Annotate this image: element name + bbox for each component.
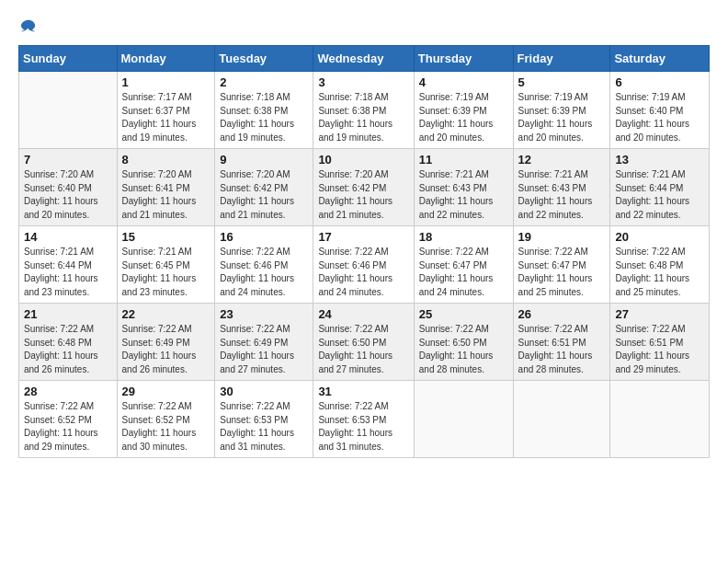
day-number: 29 <box>122 385 210 398</box>
calendar-cell <box>19 72 118 149</box>
day-info: Sunrise: 7:22 AM Sunset: 6:49 PM Dayligh… <box>122 323 210 376</box>
day-number: 16 <box>220 230 308 244</box>
weekday-header-thursday: Thursday <box>414 46 513 72</box>
day-number: 24 <box>318 307 408 321</box>
day-info: Sunrise: 7:22 AM Sunset: 6:52 PM Dayligh… <box>122 400 210 454</box>
day-number: 10 <box>318 153 408 167</box>
page: SundayMondayTuesdayWednesdayThursdayFrid… <box>0 0 728 563</box>
day-info: Sunrise: 7:21 AM Sunset: 6:44 PM Dayligh… <box>24 246 112 299</box>
day-info: Sunrise: 7:22 AM Sunset: 6:46 PM Dayligh… <box>318 246 408 299</box>
weekday-header-wednesday: Wednesday <box>313 46 414 72</box>
day-info: Sunrise: 7:19 AM Sunset: 6:39 PM Dayligh… <box>518 91 606 144</box>
calendar-cell: 14Sunrise: 7:21 AM Sunset: 6:44 PM Dayli… <box>19 226 118 304</box>
calendar-cell: 25Sunrise: 7:22 AM Sunset: 6:50 PM Dayli… <box>414 304 513 381</box>
day-info: Sunrise: 7:22 AM Sunset: 6:51 PM Dayligh… <box>518 323 606 376</box>
day-info: Sunrise: 7:22 AM Sunset: 6:48 PM Dayligh… <box>24 323 112 376</box>
calendar-cell <box>414 381 513 458</box>
calendar-cell: 18Sunrise: 7:22 AM Sunset: 6:47 PM Dayli… <box>414 226 513 304</box>
logo <box>18 15 37 36</box>
day-info: Sunrise: 7:21 AM Sunset: 6:43 PM Dayligh… <box>419 168 508 222</box>
calendar-week-4: 21Sunrise: 7:22 AM Sunset: 6:48 PM Dayli… <box>19 304 710 381</box>
day-number: 11 <box>419 153 508 167</box>
day-number: 19 <box>518 230 606 244</box>
calendar-cell: 20Sunrise: 7:22 AM Sunset: 6:48 PM Dayli… <box>610 226 710 304</box>
day-info: Sunrise: 7:20 AM Sunset: 6:40 PM Dayligh… <box>24 168 112 222</box>
weekday-header-monday: Monday <box>117 46 215 72</box>
calendar-cell: 8Sunrise: 7:20 AM Sunset: 6:41 PM Daylig… <box>117 149 215 226</box>
day-info: Sunrise: 7:18 AM Sunset: 6:38 PM Dayligh… <box>318 91 408 144</box>
day-number: 18 <box>419 230 508 244</box>
calendar-cell: 10Sunrise: 7:20 AM Sunset: 6:42 PM Dayli… <box>313 149 414 226</box>
weekday-header-sunday: Sunday <box>19 46 118 72</box>
day-info: Sunrise: 7:22 AM Sunset: 6:49 PM Dayligh… <box>220 323 308 376</box>
day-number: 3 <box>318 75 408 89</box>
calendar-cell: 2Sunrise: 7:18 AM Sunset: 6:38 PM Daylig… <box>215 72 313 149</box>
day-info: Sunrise: 7:22 AM Sunset: 6:50 PM Dayligh… <box>318 323 408 376</box>
day-number: 1 <box>122 75 210 89</box>
calendar-cell: 1Sunrise: 7:17 AM Sunset: 6:37 PM Daylig… <box>117 72 215 149</box>
calendar-table: SundayMondayTuesdayWednesdayThursdayFrid… <box>18 45 710 458</box>
day-info: Sunrise: 7:20 AM Sunset: 6:42 PM Dayligh… <box>220 168 308 222</box>
calendar-cell: 29Sunrise: 7:22 AM Sunset: 6:52 PM Dayli… <box>117 381 215 458</box>
weekday-header-saturday: Saturday <box>610 46 710 72</box>
calendar-cell: 5Sunrise: 7:19 AM Sunset: 6:39 PM Daylig… <box>513 72 610 149</box>
day-info: Sunrise: 7:18 AM Sunset: 6:38 PM Dayligh… <box>220 91 308 144</box>
calendar-week-3: 14Sunrise: 7:21 AM Sunset: 6:44 PM Dayli… <box>19 226 710 304</box>
day-number: 25 <box>419 307 508 321</box>
day-info: Sunrise: 7:22 AM Sunset: 6:47 PM Dayligh… <box>518 246 606 299</box>
calendar-week-2: 7Sunrise: 7:20 AM Sunset: 6:40 PM Daylig… <box>19 149 710 226</box>
calendar-week-1: 1Sunrise: 7:17 AM Sunset: 6:37 PM Daylig… <box>19 72 710 149</box>
day-info: Sunrise: 7:22 AM Sunset: 6:48 PM Dayligh… <box>615 246 704 299</box>
day-number: 12 <box>518 153 606 167</box>
calendar-cell <box>513 381 610 458</box>
day-info: Sunrise: 7:21 AM Sunset: 6:45 PM Dayligh… <box>122 246 210 299</box>
day-number: 15 <box>122 230 210 244</box>
day-number: 7 <box>24 153 112 167</box>
weekday-header-tuesday: Tuesday <box>215 46 313 72</box>
day-number: 31 <box>318 385 408 398</box>
logo-bird-icon <box>20 17 37 34</box>
calendar-cell: 16Sunrise: 7:22 AM Sunset: 6:46 PM Dayli… <box>215 226 313 304</box>
day-number: 20 <box>615 230 704 244</box>
day-info: Sunrise: 7:21 AM Sunset: 6:43 PM Dayligh… <box>518 168 606 222</box>
calendar-cell: 19Sunrise: 7:22 AM Sunset: 6:47 PM Dayli… <box>513 226 610 304</box>
day-info: Sunrise: 7:19 AM Sunset: 6:40 PM Dayligh… <box>615 91 704 144</box>
calendar-cell: 28Sunrise: 7:22 AM Sunset: 6:52 PM Dayli… <box>19 381 118 458</box>
day-info: Sunrise: 7:22 AM Sunset: 6:51 PM Dayligh… <box>615 323 704 376</box>
day-number: 28 <box>24 385 112 398</box>
day-number: 8 <box>122 153 210 167</box>
weekday-header-friday: Friday <box>513 46 610 72</box>
header <box>18 15 710 36</box>
calendar-cell: 26Sunrise: 7:22 AM Sunset: 6:51 PM Dayli… <box>513 304 610 381</box>
calendar-cell: 30Sunrise: 7:22 AM Sunset: 6:53 PM Dayli… <box>215 381 313 458</box>
day-number: 2 <box>220 75 308 89</box>
day-info: Sunrise: 7:19 AM Sunset: 6:39 PM Dayligh… <box>419 91 508 144</box>
calendar-cell: 31Sunrise: 7:22 AM Sunset: 6:53 PM Dayli… <box>313 381 414 458</box>
day-number: 5 <box>518 75 606 89</box>
day-info: Sunrise: 7:20 AM Sunset: 6:42 PM Dayligh… <box>318 168 408 222</box>
calendar-week-5: 28Sunrise: 7:22 AM Sunset: 6:52 PM Dayli… <box>19 381 710 458</box>
day-info: Sunrise: 7:22 AM Sunset: 6:53 PM Dayligh… <box>318 400 408 454</box>
day-number: 4 <box>419 75 508 89</box>
day-number: 6 <box>615 75 704 89</box>
day-info: Sunrise: 7:21 AM Sunset: 6:44 PM Dayligh… <box>615 168 704 222</box>
day-number: 30 <box>220 385 308 398</box>
day-info: Sunrise: 7:22 AM Sunset: 6:53 PM Dayligh… <box>220 400 308 454</box>
calendar-cell: 23Sunrise: 7:22 AM Sunset: 6:49 PM Dayli… <box>215 304 313 381</box>
calendar-cell: 11Sunrise: 7:21 AM Sunset: 6:43 PM Dayli… <box>414 149 513 226</box>
calendar-cell: 22Sunrise: 7:22 AM Sunset: 6:49 PM Dayli… <box>117 304 215 381</box>
calendar-header-row: SundayMondayTuesdayWednesdayThursdayFrid… <box>19 46 710 72</box>
calendar-cell: 24Sunrise: 7:22 AM Sunset: 6:50 PM Dayli… <box>313 304 414 381</box>
day-info: Sunrise: 7:17 AM Sunset: 6:37 PM Dayligh… <box>122 91 210 144</box>
day-number: 26 <box>518 307 606 321</box>
day-number: 13 <box>615 153 704 167</box>
day-info: Sunrise: 7:22 AM Sunset: 6:46 PM Dayligh… <box>220 246 308 299</box>
calendar-cell: 12Sunrise: 7:21 AM Sunset: 6:43 PM Dayli… <box>513 149 610 226</box>
day-number: 22 <box>122 307 210 321</box>
calendar-cell <box>610 381 710 458</box>
day-number: 17 <box>318 230 408 244</box>
day-number: 9 <box>220 153 308 167</box>
day-number: 21 <box>24 307 112 321</box>
calendar-cell: 6Sunrise: 7:19 AM Sunset: 6:40 PM Daylig… <box>610 72 710 149</box>
calendar-cell: 9Sunrise: 7:20 AM Sunset: 6:42 PM Daylig… <box>215 149 313 226</box>
